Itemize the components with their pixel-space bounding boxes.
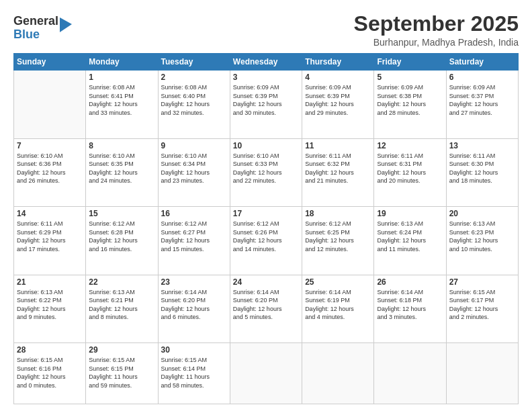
day-info: Sunrise: 6:13 AM Sunset: 6:24 PM Dayligh… [377,220,443,253]
table-row: 24Sunrise: 6:14 AM Sunset: 6:20 PM Dayli… [230,275,302,342]
table-row: 23Sunrise: 6:14 AM Sunset: 6:20 PM Dayli… [158,275,230,342]
calendar-week-row: 28Sunrise: 6:15 AM Sunset: 6:16 PM Dayli… [14,343,519,404]
table-row: 14Sunrise: 6:11 AM Sunset: 6:29 PM Dayli… [14,207,86,275]
day-number: 24 [233,277,299,287]
day-number: 2 [161,73,227,82]
day-info: Sunrise: 6:11 AM Sunset: 6:31 PM Dayligh… [377,152,443,185]
table-row: 20Sunrise: 6:13 AM Sunset: 6:23 PM Dayli… [446,207,518,275]
day-number: 28 [17,345,83,355]
day-number: 29 [89,345,154,355]
weekday-header-row: Sunday Monday Tuesday Wednesday Thursday… [14,54,519,71]
page: General Blue September 2025 Burhanpur, M… [0,0,532,411]
day-number: 7 [17,141,83,150]
day-info: Sunrise: 6:14 AM Sunset: 6:20 PM Dayligh… [233,288,299,322]
table-row: 29Sunrise: 6:15 AM Sunset: 6:15 PM Dayli… [86,343,158,404]
table-row [14,71,86,138]
header: General Blue September 2025 Burhanpur, M… [13,12,519,48]
day-info: Sunrise: 6:09 AM Sunset: 6:39 PM Dayligh… [305,83,371,117]
month-title: September 2025 [354,12,519,36]
day-info: Sunrise: 6:09 AM Sunset: 6:37 PM Dayligh… [449,83,515,117]
col-thursday: Thursday [302,54,374,71]
day-info: Sunrise: 6:14 AM Sunset: 6:19 PM Dayligh… [305,288,371,322]
day-number: 5 [377,73,443,82]
table-row: 16Sunrise: 6:12 AM Sunset: 6:27 PM Dayli… [158,207,230,275]
day-info: Sunrise: 6:14 AM Sunset: 6:18 PM Dayligh… [377,288,443,322]
table-row [302,343,374,404]
col-sunday: Sunday [14,54,86,71]
table-row [230,343,302,404]
day-info: Sunrise: 6:13 AM Sunset: 6:21 PM Dayligh… [89,288,154,322]
logo-blue-text: Blue [13,28,58,42]
day-info: Sunrise: 6:09 AM Sunset: 6:38 PM Dayligh… [377,83,443,117]
table-row: 8Sunrise: 6:10 AM Sunset: 6:35 PM Daylig… [86,138,158,206]
day-number: 1 [89,73,154,82]
day-number: 23 [161,277,227,287]
day-number: 15 [89,209,154,218]
day-info: Sunrise: 6:08 AM Sunset: 6:40 PM Dayligh… [161,83,227,117]
day-number: 17 [233,209,299,218]
day-info: Sunrise: 6:15 AM Sunset: 6:14 PM Dayligh… [161,356,227,390]
day-info: Sunrise: 6:13 AM Sunset: 6:23 PM Dayligh… [449,220,515,253]
day-number: 10 [233,141,299,150]
day-number: 14 [17,209,83,218]
table-row: 2Sunrise: 6:08 AM Sunset: 6:40 PM Daylig… [158,71,230,138]
table-row: 5Sunrise: 6:09 AM Sunset: 6:38 PM Daylig… [374,71,446,138]
calendar-table: Sunday Monday Tuesday Wednesday Thursday… [13,53,519,404]
table-row: 25Sunrise: 6:14 AM Sunset: 6:19 PM Dayli… [302,275,374,342]
day-number: 6 [449,73,515,82]
day-number: 3 [233,73,299,82]
day-number: 11 [305,141,371,150]
table-row: 9Sunrise: 6:10 AM Sunset: 6:34 PM Daylig… [158,138,230,206]
day-info: Sunrise: 6:11 AM Sunset: 6:32 PM Dayligh… [305,152,371,185]
day-number: 9 [161,141,227,150]
day-number: 20 [449,209,515,218]
day-number: 25 [305,277,371,287]
svg-marker-0 [60,17,72,32]
day-info: Sunrise: 6:15 AM Sunset: 6:15 PM Dayligh… [89,356,154,390]
table-row: 11Sunrise: 6:11 AM Sunset: 6:32 PM Dayli… [302,138,374,206]
calendar-week-row: 21Sunrise: 6:13 AM Sunset: 6:22 PM Dayli… [14,275,519,342]
logo: General Blue [13,15,72,42]
day-number: 26 [377,277,443,287]
table-row: 28Sunrise: 6:15 AM Sunset: 6:16 PM Dayli… [14,343,86,404]
day-number: 30 [161,345,227,355]
day-number: 13 [449,141,515,150]
day-info: Sunrise: 6:09 AM Sunset: 6:39 PM Dayligh… [233,83,299,117]
logo-general-text: General [13,15,58,28]
day-info: Sunrise: 6:10 AM Sunset: 6:33 PM Dayligh… [233,152,299,185]
calendar-week-row: 14Sunrise: 6:11 AM Sunset: 6:29 PM Dayli… [14,207,519,275]
logo-icon [60,17,72,32]
table-row: 19Sunrise: 6:13 AM Sunset: 6:24 PM Dayli… [374,207,446,275]
day-number: 21 [17,277,83,287]
table-row: 18Sunrise: 6:12 AM Sunset: 6:25 PM Dayli… [302,207,374,275]
day-info: Sunrise: 6:10 AM Sunset: 6:34 PM Dayligh… [161,152,227,185]
table-row: 22Sunrise: 6:13 AM Sunset: 6:21 PM Dayli… [86,275,158,342]
table-row: 17Sunrise: 6:12 AM Sunset: 6:26 PM Dayli… [230,207,302,275]
day-number: 19 [377,209,443,218]
table-row: 27Sunrise: 6:15 AM Sunset: 6:17 PM Dayli… [446,275,518,342]
table-row [446,343,518,404]
calendar-week-row: 7Sunrise: 6:10 AM Sunset: 6:36 PM Daylig… [14,138,519,206]
day-info: Sunrise: 6:14 AM Sunset: 6:20 PM Dayligh… [161,288,227,322]
table-row: 15Sunrise: 6:12 AM Sunset: 6:28 PM Dayli… [86,207,158,275]
day-info: Sunrise: 6:10 AM Sunset: 6:36 PM Dayligh… [17,152,83,185]
col-friday: Friday [374,54,446,71]
day-info: Sunrise: 6:10 AM Sunset: 6:35 PM Dayligh… [89,152,154,185]
day-info: Sunrise: 6:15 AM Sunset: 6:17 PM Dayligh… [449,288,515,322]
day-number: 12 [377,141,443,150]
table-row: 12Sunrise: 6:11 AM Sunset: 6:31 PM Dayli… [374,138,446,206]
day-number: 4 [305,73,371,82]
table-row: 26Sunrise: 6:14 AM Sunset: 6:18 PM Dayli… [374,275,446,342]
day-info: Sunrise: 6:12 AM Sunset: 6:27 PM Dayligh… [161,220,227,253]
day-number: 18 [305,209,371,218]
day-info: Sunrise: 6:13 AM Sunset: 6:22 PM Dayligh… [17,288,83,322]
table-row: 13Sunrise: 6:11 AM Sunset: 6:30 PM Dayli… [446,138,518,206]
day-info: Sunrise: 6:15 AM Sunset: 6:16 PM Dayligh… [17,356,83,390]
title-block: September 2025 Burhanpur, Madhya Pradesh… [354,12,519,48]
day-number: 27 [449,277,515,287]
day-info: Sunrise: 6:12 AM Sunset: 6:25 PM Dayligh… [305,220,371,253]
location-subtitle: Burhanpur, Madhya Pradesh, India [354,37,519,48]
table-row: 4Sunrise: 6:09 AM Sunset: 6:39 PM Daylig… [302,71,374,138]
col-tuesday: Tuesday [158,54,230,71]
day-info: Sunrise: 6:12 AM Sunset: 6:26 PM Dayligh… [233,220,299,253]
